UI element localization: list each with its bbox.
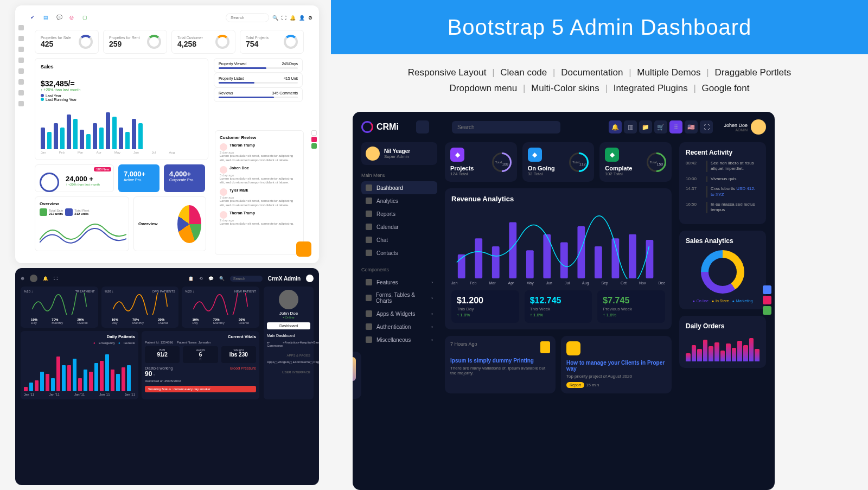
menu-icon <box>366 250 372 256</box>
clipboard-icon[interactable]: 📋 <box>188 276 194 281</box>
kpi-card: Propeties for Sale425 <box>35 30 99 54</box>
nav-icon[interactable] <box>18 101 24 106</box>
sidebar-item[interactable]: Miscellaneous› <box>361 333 437 346</box>
kpi-icon: ◆ <box>605 148 619 162</box>
menu-item[interactable]: Apps▢ <box>267 359 278 365</box>
bell-icon[interactable]: 🔔 <box>43 276 48 281</box>
bell-icon[interactable]: 🔔 <box>609 120 622 133</box>
brand-icon <box>306 275 314 282</box>
vital-box: Height6ft <box>183 346 218 363</box>
nav-icon[interactable] <box>18 79 24 85</box>
nav-icon[interactable] <box>18 47 24 52</box>
menu-item[interactable]: Banking+ <box>314 340 319 348</box>
nav-icon[interactable] <box>18 36 24 41</box>
compass-icon <box>40 173 59 192</box>
box-icon[interactable]: ▢ <box>82 15 89 21</box>
menu-item[interactable]: Pages▢ <box>313 359 319 365</box>
target-icon[interactable]: ◎ <box>69 15 76 21</box>
nav-icon[interactable] <box>18 58 24 63</box>
refresh-icon[interactable]: ⟲ <box>199 276 203 281</box>
corporate-pro-card: 4,000+ Corporate Pro. <box>164 164 205 192</box>
sidebar-item[interactable]: Reports <box>361 207 437 220</box>
cart-icon[interactable]: 🛒 <box>654 120 667 133</box>
sidebar-item[interactable]: Authentication› <box>361 320 437 333</box>
kpi-card: ◆On Going32 TotalTotal112 <box>522 142 595 182</box>
search-icon[interactable]: 🔍 <box>272 15 278 21</box>
svg-rect-2 <box>492 246 500 278</box>
pie-chart <box>177 205 201 243</box>
menu-item[interactable]: Widgets▢ <box>278 359 293 365</box>
chat-icon[interactable]: 💬 <box>56 15 63 21</box>
sidebar-item[interactable]: Calendar <box>361 220 437 233</box>
bell-icon[interactable]: 🔔 <box>290 15 296 21</box>
nav-icon[interactable] <box>18 90 24 96</box>
menu-item[interactable]: Analytics+ <box>285 340 300 348</box>
user-icon[interactable]: 👤 <box>299 15 305 21</box>
sidebar-item[interactable]: Analytics <box>361 194 437 207</box>
bookmark-icon[interactable] <box>540 341 550 353</box>
kpi-card: Total Projects754 <box>240 30 304 54</box>
theme-switcher[interactable] <box>311 130 317 149</box>
kpi-icon: ◆ <box>450 148 464 162</box>
sidebar-item[interactable]: Apps & Widgets› <box>361 307 437 320</box>
sidebar-item[interactable]: Dashboard <box>361 181 437 194</box>
apps-icon[interactable]: ⠿ <box>669 120 682 133</box>
menu-item[interactable]: Hospital+ <box>299 340 313 348</box>
sidebar-item[interactable]: Features› <box>361 276 437 289</box>
progress-card: Property Viewed245/Days <box>214 58 303 73</box>
kpi-card: ◆Complate102 TotalTotal150 <box>599 142 672 182</box>
sidebar-item[interactable]: Chat <box>361 233 437 246</box>
feed-card-2: How to manage your Clients in Proper way… <box>561 336 672 393</box>
menu-icon <box>366 295 372 301</box>
sales-analytics-card: Sales Analytics On lineIn StareMarketing <box>679 231 766 309</box>
svg-rect-7 <box>577 226 585 278</box>
gear-icon[interactable]: ⚙ <box>21 276 24 281</box>
flag-icon[interactable]: 🇺🇸 <box>685 120 698 133</box>
sidebar-item[interactable]: Contacts <box>361 246 437 259</box>
nav-icon[interactable] <box>18 25 24 30</box>
compass-value: 24,000 + <box>66 175 108 183</box>
svg-rect-6 <box>560 243 568 278</box>
ring-chart <box>79 35 93 49</box>
expand-icon[interactable]: ⛶ <box>282 15 286 21</box>
sidebar-item[interactable]: Forms, Tables & Charts› <box>361 289 437 307</box>
profile-avatar[interactable] <box>279 290 298 309</box>
kpi-ring: Total112 <box>569 152 589 172</box>
report-button[interactable]: Report <box>566 382 584 388</box>
search-input[interactable] <box>452 121 560 133</box>
sales-amount: $32,485/= <box>41 79 202 88</box>
sidebar-icon[interactable]: ▥ <box>624 120 637 133</box>
revenue-stat: $7.745Previous Week↑ 1.8% <box>597 290 665 323</box>
daily-orders-chart <box>686 334 760 361</box>
menu-item[interactable]: Ecommerce▢ <box>292 359 313 365</box>
theme-switcher[interactable] <box>763 285 771 315</box>
crmx-dashboard-preview: ⚙ 🔔 ⛶ 📋 ⟲ 💬 🔍 CrmX Admin %20 ↓TREATMENT1… <box>15 268 319 485</box>
search-input[interactable] <box>226 13 269 22</box>
avatar[interactable] <box>30 275 37 282</box>
folder-icon[interactable]: 📁 <box>639 120 652 133</box>
expand-icon[interactable]: ⛶ <box>54 276 58 281</box>
promo-card[interactable]: View Full Report Best CRM App here → <box>353 352 361 399</box>
kpi-card: Propeties for Rent259 <box>103 30 167 54</box>
chat-icon[interactable]: 💬 <box>208 276 214 281</box>
daily-orders-card: Daily Orders <box>679 316 766 368</box>
menu-toggle[interactable] <box>416 120 429 133</box>
menu-item[interactable]: e-Commerce+ <box>267 340 285 348</box>
nav-icon[interactable] <box>18 68 24 74</box>
sidebar-user-card[interactable]: Nil YeagerSuper Admin <box>361 142 437 165</box>
feed-card-1: 7 Hours Ago Ipsum is simply dummy Printi… <box>445 336 556 393</box>
chat-fab[interactable] <box>296 241 311 257</box>
user-menu[interactable]: Johen DoeADMIN <box>724 119 766 135</box>
menu-icon[interactable]: ▤ <box>43 15 50 21</box>
gear-icon[interactable]: ⚙ <box>308 15 312 21</box>
search-icon[interactable]: 🔍 <box>219 276 225 281</box>
brand-logo: CRMi <box>361 121 399 133</box>
expand-icon[interactable]: ⛶ <box>700 120 713 133</box>
recent-activity-card: Recent Activity 08:42Sed non libero at r… <box>679 142 766 224</box>
revenue-analytics-card: Revenue Analytics JanFebMarAprMayJunJulA… <box>445 188 672 329</box>
dashboard-button[interactable]: Dashboard <box>267 322 310 329</box>
search-input[interactable] <box>230 276 263 282</box>
ring-chart <box>147 35 161 49</box>
menu-icon <box>366 310 372 317</box>
menu-icon <box>366 224 372 230</box>
